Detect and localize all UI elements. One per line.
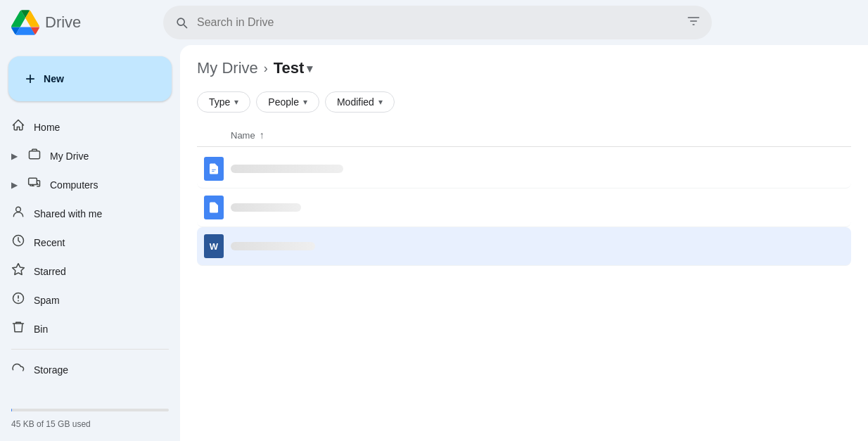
svg-rect-0 bbox=[30, 151, 40, 159]
sidebar-label-recent: Recent bbox=[34, 237, 65, 248]
app-name: Drive bbox=[45, 13, 81, 32]
storage-bar-fill bbox=[11, 409, 12, 411]
file-name-area-1 bbox=[231, 165, 851, 173]
breadcrumb-separator: › bbox=[264, 61, 268, 76]
sidebar-label-bin: Bin bbox=[34, 324, 48, 335]
filter-bar: Type ▾ People ▾ Modified ▾ bbox=[197, 91, 851, 113]
filter-people-arrow-icon: ▾ bbox=[303, 97, 307, 107]
file-name-2 bbox=[231, 203, 301, 212]
logo-area: Drive bbox=[11, 8, 152, 37]
sidebar-item-home[interactable]: Home bbox=[0, 113, 172, 141]
sort-arrow-icon: ↑ bbox=[260, 129, 264, 141]
breadcrumb-parent[interactable]: My Drive bbox=[197, 59, 258, 77]
breadcrumb: My Drive › Test ▾ bbox=[197, 59, 851, 77]
content-area: My Drive › Test ▾ Type ▾ People ▾ Modifi… bbox=[180, 45, 868, 441]
filter-type-label: Type bbox=[209, 96, 230, 108]
file-icon-1 bbox=[197, 157, 231, 181]
word-doc-icon: W bbox=[204, 234, 224, 258]
file-icon-2 bbox=[197, 196, 231, 219]
sidebar-item-storage[interactable]: Storage bbox=[0, 355, 172, 384]
search-input[interactable] bbox=[197, 16, 678, 29]
sidebar-item-starred[interactable]: Starred bbox=[0, 257, 172, 286]
svg-point-2 bbox=[16, 207, 21, 212]
topbar: Drive bbox=[0, 0, 868, 45]
sidebar-item-spam[interactable]: Spam bbox=[0, 286, 172, 314]
filter-options-icon[interactable] bbox=[687, 14, 701, 31]
svg-rect-1 bbox=[29, 178, 37, 184]
breadcrumb-current[interactable]: Test ▾ bbox=[274, 59, 313, 77]
filter-people-label: People bbox=[268, 96, 299, 108]
sidebar-label-storage: Storage bbox=[34, 364, 68, 376]
search-icon bbox=[174, 15, 189, 30]
sidebar: + New Home ▶ My Drive ▶ bbox=[0, 45, 180, 441]
my-drive-icon bbox=[27, 147, 42, 165]
word-icon-letter: W bbox=[210, 241, 218, 252]
expand-arrow-computers: ▶ bbox=[11, 180, 18, 190]
filter-pill-type[interactable]: Type ▾ bbox=[197, 91, 250, 113]
file-icon-3: W bbox=[197, 234, 231, 258]
new-button[interactable]: + New bbox=[8, 56, 172, 101]
file-row[interactable]: W bbox=[197, 227, 851, 266]
sidebar-label-my-drive: My Drive bbox=[50, 151, 89, 162]
new-button-label: New bbox=[44, 73, 64, 84]
filter-modified-label: Modified bbox=[337, 96, 374, 108]
sidebar-item-bin[interactable]: Bin bbox=[0, 314, 172, 343]
column-name-label: Name bbox=[231, 130, 255, 141]
filter-type-arrow-icon: ▾ bbox=[234, 97, 238, 107]
storage-icon bbox=[11, 361, 25, 378]
file-name-1 bbox=[231, 165, 343, 173]
expand-arrow-my-drive: ▶ bbox=[11, 151, 18, 161]
filter-pill-people[interactable]: People ▾ bbox=[256, 91, 319, 113]
bin-icon bbox=[11, 320, 25, 338]
spam-icon bbox=[11, 291, 25, 309]
shared-icon bbox=[11, 205, 25, 222]
home-icon bbox=[11, 118, 25, 136]
breadcrumb-chevron-icon: ▾ bbox=[307, 62, 312, 75]
sidebar-label-home: Home bbox=[34, 122, 60, 133]
filter-pill-modified[interactable]: Modified ▾ bbox=[325, 91, 395, 113]
svg-rect-6 bbox=[212, 171, 215, 172]
computers-icon bbox=[27, 176, 42, 193]
sidebar-divider bbox=[11, 349, 169, 350]
breadcrumb-current-label: Test bbox=[274, 59, 305, 77]
sidebar-item-shared[interactable]: Shared with me bbox=[0, 199, 172, 228]
main-layout: + New Home ▶ My Drive ▶ bbox=[0, 45, 868, 441]
svg-rect-5 bbox=[212, 170, 216, 170]
file-name-3 bbox=[231, 242, 315, 250]
sidebar-label-starred: Starred bbox=[34, 266, 66, 277]
sidebar-item-my-drive[interactable]: ▶ My Drive bbox=[0, 141, 172, 170]
filter-modified-arrow-icon: ▾ bbox=[378, 97, 383, 107]
recent-icon bbox=[11, 234, 25, 251]
storage-bar-container bbox=[11, 409, 169, 411]
sidebar-label-spam: Spam bbox=[34, 295, 60, 306]
file-name-area-3 bbox=[231, 242, 851, 250]
storage-usage-text: 45 KB of 15 GB used bbox=[11, 419, 91, 429]
starred-icon bbox=[11, 262, 25, 280]
storage-section: 45 KB of 15 GB used bbox=[0, 403, 180, 435]
column-name-header[interactable]: Name ↑ bbox=[197, 129, 851, 141]
file-name-area-2 bbox=[231, 203, 851, 212]
google-doc-icon-1 bbox=[204, 157, 224, 181]
file-row[interactable] bbox=[197, 150, 851, 188]
search-bar[interactable] bbox=[163, 6, 712, 39]
file-row[interactable] bbox=[197, 188, 851, 227]
google-doc-icon-2 bbox=[204, 196, 224, 219]
plus-icon: + bbox=[25, 69, 35, 89]
file-list-header: Name ↑ bbox=[197, 124, 851, 147]
sidebar-item-computers[interactable]: ▶ Computers bbox=[0, 170, 172, 199]
sidebar-label-shared: Shared with me bbox=[34, 208, 102, 219]
drive-logo-icon bbox=[11, 8, 39, 37]
sidebar-label-computers: Computers bbox=[50, 179, 98, 191]
sidebar-item-recent[interactable]: Recent bbox=[0, 228, 172, 257]
